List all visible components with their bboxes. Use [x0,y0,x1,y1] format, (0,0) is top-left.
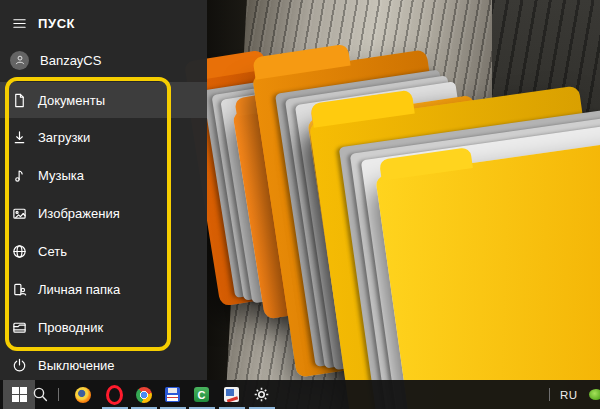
start-menu-header: ПУСК [0,10,207,36]
wallpaper-folder-yellow [293,64,600,409]
firefox-taskbar-button[interactable] [73,385,92,404]
user-name: BanzayCS [40,53,101,68]
chrome-icon [136,387,152,403]
download-icon [12,130,27,145]
sidebar-item-label: Сеть [38,244,67,259]
settings-taskbar-button[interactable] [252,385,271,404]
sidebar-item-label: Документы [38,93,105,108]
search-button[interactable] [31,385,50,404]
explorer-icon [12,320,27,335]
image-editor-icon [224,387,239,402]
music-icon [12,168,27,183]
desktop-screen: ПУСК BanzayCS Документы Загрузки Музыка [0,0,600,409]
pictures-icon [12,206,27,221]
taskbar: C RU [0,380,600,409]
start-menu-panel: ПУСК BanzayCS Документы Загрузки Музыка [0,0,207,380]
power-label: Выключение [38,358,115,373]
opera-icon [106,385,123,405]
search-icon [32,386,49,403]
sidebar-item-label: Личная папка [38,282,120,297]
sidebar-item-music[interactable]: Музыка [0,157,207,193]
floppy-disk-icon [165,387,180,402]
sidebar-item-label: Проводник [38,320,103,335]
sidebar-item-label: Загрузки [38,130,90,145]
hamburger-icon[interactable] [12,16,27,31]
sidebar-item-explorer[interactable]: Проводник [0,309,207,345]
document-icon [12,93,27,108]
chrome-taskbar-button[interactable] [134,385,153,404]
network-globe-icon [12,244,27,259]
camtasia-icon: C [194,387,209,402]
sidebar-item-network[interactable]: Сеть [0,233,207,269]
sidebar-item-label: Музыка [38,168,84,183]
sidebar-item-pictures[interactable]: Изображения [0,195,207,231]
floppy-app-taskbar-button[interactable] [163,385,182,404]
tray-separator [549,388,550,401]
gear-icon [253,386,270,403]
user-account-item[interactable]: BanzayCS [0,45,207,75]
firefox-icon [75,387,91,403]
tray-green-icon[interactable] [589,389,600,400]
start-menu-title: ПУСК [38,16,75,31]
sidebar-item-documents[interactable]: Документы [0,82,207,118]
opera-taskbar-button[interactable] [105,385,124,404]
folder-front [375,138,600,409]
personal-folder-icon [12,282,27,297]
taskbar-separator [58,388,59,401]
sidebar-item-label: Изображения [38,206,120,221]
user-avatar-icon [10,51,29,70]
camtasia-taskbar-button[interactable]: C [192,385,211,404]
power-icon [12,358,27,373]
windows-logo-icon [12,387,27,402]
power-button[interactable]: Выключение [0,347,207,383]
language-indicator[interactable]: RU [560,380,578,409]
sidebar-item-downloads[interactable]: Загрузки [0,119,207,155]
sidebar-item-personal-folder[interactable]: Личная папка [0,271,207,307]
image-editor-taskbar-button[interactable] [222,385,241,404]
